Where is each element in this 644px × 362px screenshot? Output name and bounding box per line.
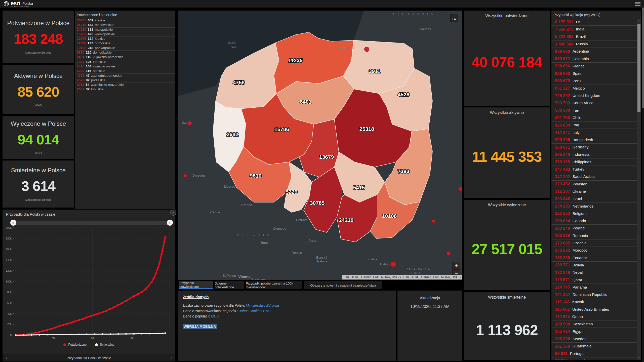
country-row[interactable]: 491 760Chile (551, 114, 637, 122)
country-row[interactable]: 390 206Bangladesh (551, 136, 637, 144)
country-row[interactable]: 936 560Spain (551, 70, 637, 77)
country-row[interactable]: 153 289Ecuador (551, 254, 637, 262)
country-row[interactable]: 359 169Philippines (551, 158, 637, 166)
country-row[interactable]: 183 248Poland (551, 225, 637, 232)
region-row[interactable]: 7393126lubelskie (75, 60, 175, 64)
map-tab-3[interactable]: Przypadki potwierdzone na 100k mieszkańc… (246, 281, 302, 289)
country-row[interactable]: 959 572Colombia (551, 55, 637, 62)
country-row[interactable]: 139 771Bolivia (551, 262, 637, 269)
country-row[interactable]: 121 347Dominican Republic (551, 291, 637, 298)
region-row[interactable]: 15786426wielkopolskie (75, 32, 175, 37)
region-row[interactable]: 391154warmińsko-mazurskie (75, 83, 175, 87)
expand-icon[interactable]: ⇄ (170, 210, 176, 216)
prev-chart-arrow[interactable]: ‹ (3, 355, 11, 360)
region-row[interactable]: 268232lubuskie (75, 87, 175, 92)
country-row[interactable]: 129 671Qatar (551, 276, 637, 284)
slider-handle-left[interactable]: || (10, 220, 16, 226)
case-marker[interactable] (187, 121, 192, 126)
region-row[interactable]: 24210333małopolskie (75, 28, 175, 32)
country-row[interactable]: 8 155 592US (551, 18, 637, 26)
case-marker[interactable] (432, 219, 435, 223)
page-scrollbar[interactable] (642, 0, 644, 362)
country-row[interactable]: 323 452Pakistan (551, 181, 637, 188)
country-row[interactable]: 105 424Egypt (551, 328, 637, 335)
country-row[interactable]: 115 602United Arab Emirates (551, 306, 637, 313)
mobile-version-link[interactable]: WERSJA MOBILNA (183, 324, 217, 329)
country-row[interactable]: 368 671Germany (551, 144, 637, 151)
country-row[interactable]: 1 406 504Russia (551, 41, 637, 48)
page-scrollbar-thumb[interactable] (642, 8, 644, 108)
country-row[interactable]: 703 793South Africa (551, 99, 637, 107)
country-row[interactable]: 5 224 362Brazil (551, 33, 637, 41)
country-row[interactable]: 312 287Ukraine (551, 188, 637, 195)
country-row[interactable]: 938 606France (551, 63, 637, 70)
country-row[interactable]: 95 514Costa Rica (551, 357, 637, 360)
zoom-in-button[interactable]: + (452, 262, 460, 270)
country-row[interactable]: 530 380Iran (551, 107, 637, 114)
country-row[interactable]: 132 246Nepal (551, 269, 637, 276)
region-row[interactable]: 11235177pomorskie (75, 41, 175, 46)
legend-item-Śmiertelne[interactable]: Śmiertelne (95, 343, 114, 346)
country-row[interactable]: 110 594Oman (551, 313, 637, 320)
country-row[interactable]: 99 911Portugal (551, 350, 637, 357)
case-marker[interactable] (390, 261, 396, 267)
country-row[interactable]: 347 493Turkey (551, 166, 637, 173)
country-row[interactable]: 725 292United Kingdom (551, 92, 637, 99)
slider-handle-right[interactable]: || (167, 220, 173, 226)
country-row[interactable]: 116 146Kuwait (551, 298, 637, 306)
region-row[interactable]: 5229116opolskie (75, 69, 175, 73)
country-row[interactable]: 101 360Guatemala (551, 343, 637, 350)
poland-choropleth-map[interactable]: BalticSeaL I T H U A N I AKaliningradKau… (178, 11, 462, 280)
country-row[interactable]: 103 200Sweden (551, 335, 637, 343)
scroll-up-icon[interactable]: ▲ (637, 19, 641, 22)
scroll-down-icon[interactable]: ▼ (637, 357, 641, 359)
menu-icon[interactable] (635, 1, 640, 7)
region-row[interactable]: 10108246podkarpackie (75, 46, 175, 51)
region-row[interactable]: 5415103świętokrzyskie (75, 64, 175, 69)
country-row[interactable]: 173 885Czechia (551, 239, 637, 247)
map-legend-icon[interactable] (450, 14, 458, 22)
country-row[interactable]: 109 508Kazakhstan (551, 320, 637, 328)
country-row[interactable]: 868 675Peru (551, 77, 637, 85)
region-row[interactable]: 13679324łódzkie (75, 37, 175, 41)
legend-item-Potwierdzone[interactable]: Potwierdzone (63, 343, 87, 346)
map-panel[interactable]: BalticSeaL I T H U A N I AKaliningradKau… (178, 11, 462, 280)
region-row[interactable]: 25318543mazowieckie (75, 23, 175, 27)
country-row[interactable]: 234 203Netherlands (551, 203, 637, 210)
country-row[interactable]: 180 388Romania (551, 232, 637, 239)
country-row[interactable]: 222 253Belgium (551, 210, 637, 217)
country-row[interactable]: 989 680Argentina (551, 48, 637, 55)
source-link[interactable]: Johns Hopkins CSSE (239, 309, 273, 313)
case-marker[interactable] (447, 252, 451, 256)
country-name: Italy (573, 130, 580, 135)
source-link[interactable]: GUS (211, 314, 219, 318)
time-range-slider[interactable]: || || (11, 221, 172, 225)
country-row[interactable]: 173 632Morocco (551, 247, 637, 254)
country-row[interactable]: 414 241Italy (551, 129, 637, 136)
country-row[interactable]: 426 634Iraq (551, 122, 637, 129)
region-row[interactable]: 9810220dolnośląskie (75, 51, 175, 55)
case-marker[interactable] (459, 187, 462, 191)
region-deaths: 246 (88, 46, 94, 50)
country-row[interactable]: 124 745Panama (551, 284, 637, 291)
countries-scrollbar[interactable]: ▲ ▼ (637, 19, 641, 360)
country-row[interactable]: 342 202Saudi Arabia (551, 173, 637, 180)
country-row[interactable]: 365 240Indonesia (551, 151, 637, 158)
voivodeship-slaskie[interactable] (304, 167, 342, 232)
scrollbar-thumb[interactable] (637, 24, 640, 112)
case-marker[interactable] (365, 47, 369, 52)
country-row[interactable]: 7 550 273India (551, 26, 637, 33)
source-link[interactable]: Ministerstwo Zdrowia (246, 303, 279, 307)
map-tab-4[interactable]: Obszary z nowymi zasadami bezpieczeństwa (304, 281, 382, 289)
country-row[interactable]: 303 846Israel (551, 195, 637, 203)
map-tab-2[interactable]: Dzienne potwierdzone (215, 281, 244, 289)
region-row[interactable]: 8401116kujawsko-pomorskie (75, 55, 175, 60)
map-tab-1[interactable]: Przypadki potwierdzone (179, 281, 213, 289)
country-row[interactable]: 851 227Mexico (551, 85, 637, 92)
case-marker[interactable] (183, 174, 187, 178)
region-row[interactable]: 452882podlaskie (75, 78, 175, 83)
next-chart-arrow[interactable]: › (167, 355, 175, 360)
region-row[interactable]: 30785669śląskie (75, 18, 175, 23)
region-row[interactable]: 475847zachodniopomorskie (75, 74, 175, 78)
country-row[interactable]: 200 804Canada (551, 217, 637, 225)
